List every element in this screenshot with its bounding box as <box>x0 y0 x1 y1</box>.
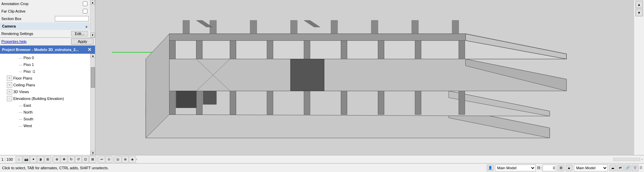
piso1-label: Piso 1 <box>23 63 34 67</box>
toolbar-icons: ⌂ 📷 ✦ ◑ ⊞ ⊕ ✥ ↻ ↺ ⊡ ⊠ ↩ ⊙ ◎ ⊛ ◈ › <box>16 156 137 163</box>
section-box-input[interactable] <box>55 16 89 21</box>
link-icon[interactable]: 🔗 <box>624 165 631 171</box>
tree-area: — Piso 0 — Piso 1 — Piso -1 + Floor Plan… <box>0 54 95 155</box>
toolbar-more-chevron[interactable]: › <box>136 157 137 161</box>
camera-section-header[interactable]: Camera ▲ <box>0 22 90 30</box>
svg-rect-29 <box>250 20 257 34</box>
svg-rect-32 <box>371 20 378 34</box>
warnings-icon[interactable]: ▲ <box>566 165 573 171</box>
coord-label: : <box>541 166 542 170</box>
coord-x-input[interactable] <box>543 165 556 171</box>
tree-item-south[interactable]: — South <box>0 116 95 122</box>
dash-icon: — <box>19 63 22 67</box>
props-scroll-up[interactable]: ▲ <box>90 0 95 5</box>
props-scroll-down[interactable]: ▼ <box>90 33 95 37</box>
collapse-elevations-icon[interactable]: - <box>7 96 12 101</box>
tree-item-piso1[interactable]: — Piso 1 <box>0 61 95 68</box>
bottom-toolbar: 1 : 100 ⌂ 📷 ✦ ◑ ⊞ ⊕ ✥ ↻ ↺ ⊡ ⊠ ↩ ⊙ ◎ ⊛ ◈ … <box>0 155 644 163</box>
workset-select[interactable]: Main Model <box>495 165 536 171</box>
edit-button[interactable]: Edit... <box>71 31 88 36</box>
project-browser-title: Project Browser - Modelo 3D_estrutura_2.… <box>2 48 86 52</box>
right-panel: ▲ ▼ <box>634 0 644 155</box>
sync-icon[interactable]: ⇄ <box>617 165 624 171</box>
worksharing-icon[interactable]: ⊞ <box>558 165 564 171</box>
toolbar-btn-rotate[interactable]: ↺ <box>75 156 82 163</box>
tree-item-elevations[interactable]: - Elevations (Building Elevation) <box>0 95 95 102</box>
properties-help-row: Properties help Apply <box>0 38 95 46</box>
toolbar-btn-house[interactable]: ⌂ <box>16 156 22 163</box>
far-clip-label: Far Clip Active <box>1 9 83 13</box>
toolbar-btn-annotate[interactable]: ◈ <box>129 156 136 163</box>
cloud-icon[interactable]: ☁ <box>609 165 616 171</box>
toolbar-btn-pan[interactable]: ✥ <box>61 156 67 163</box>
properties-section: Annotation Crop Far Clip Active Section … <box>0 0 95 38</box>
toolbar-btn-mirror[interactable]: ⊡ <box>82 156 89 163</box>
toolbar-btn-camera[interactable]: 📷 <box>23 156 30 163</box>
filter-icon[interactable]: ▽ <box>632 165 639 171</box>
viewport-scroll-right[interactable]: › <box>642 157 643 161</box>
toolbar-separator-2 <box>97 157 97 162</box>
dash-icon: — <box>19 69 22 73</box>
tree-item-east[interactable]: — East <box>0 102 95 109</box>
camera-label: Camera <box>2 24 16 28</box>
expand-ceilingplans-icon[interactable]: + <box>7 82 12 88</box>
tree-item-floorplans[interactable]: + Floor Plans <box>0 75 95 82</box>
toolbar-btn-crop[interactable]: ⊠ <box>89 156 96 163</box>
annotation-crop-checkbox[interactable] <box>83 1 87 6</box>
toolbar-btn-orbit[interactable]: ↻ <box>68 156 75 163</box>
piso0-label: Piso 0 <box>23 56 34 60</box>
apply-button[interactable]: Apply <box>71 38 94 45</box>
svg-rect-34 <box>452 20 459 34</box>
toolbar-btn-zoom[interactable]: ⊕ <box>53 156 60 163</box>
annotation-crop-label: Annotation Crop <box>1 2 83 6</box>
tree-item-piso0[interactable]: — Piso 0 <box>0 54 95 61</box>
svg-rect-22 <box>176 91 196 108</box>
tree-scroll-up-btn[interactable]: ▲ <box>91 54 95 58</box>
status-bar: Click to select, TAB for alternates, CTR… <box>0 163 644 172</box>
model-select[interactable]: Main Model <box>574 165 608 171</box>
tree-scroll-down-btn[interactable]: ▼ <box>91 151 95 155</box>
toolbar-btn-analysis[interactable]: ⊛ <box>122 156 129 163</box>
toolbar-btn-waypoint[interactable]: ⊙ <box>106 156 112 163</box>
status-right-icons: ☁ ⇄ 🔗 ▽ :0 <box>609 165 642 171</box>
rendering-settings-row: Rendering Settings Edit... <box>0 30 90 37</box>
right-panel-up-btn[interactable]: ▲ <box>635 1 643 8</box>
svg-rect-23 <box>203 91 216 105</box>
filter-count: :0 <box>639 166 642 170</box>
scale-label: 1 : 100 <box>1 157 13 161</box>
far-clip-checkbox[interactable] <box>83 9 87 14</box>
far-clip-row: Far Clip Active <box>0 7 90 15</box>
person-icon-btn[interactable]: 👤 <box>487 165 494 171</box>
toolbar-btn-shadows[interactable]: ◑ <box>37 156 44 163</box>
expand-floorplans-icon[interactable]: + <box>7 75 12 81</box>
project-browser-close-button[interactable]: ✕ <box>86 47 93 52</box>
svg-rect-33 <box>412 20 418 34</box>
building-3d-view <box>95 0 634 155</box>
dash-icon: — <box>19 124 22 128</box>
dash-icon: — <box>19 110 22 114</box>
3dviews-label: 3D Views <box>13 90 29 94</box>
toolbar-btn-view[interactable]: ◎ <box>115 156 122 163</box>
tree-scrollbar: ▲ ▼ <box>90 54 95 155</box>
tree-item-north[interactable]: — North <box>0 109 95 116</box>
viewport[interactable] <box>95 0 634 155</box>
right-panel-down-btn[interactable]: ▼ <box>635 9 643 16</box>
toolbar-separator-1 <box>52 157 52 162</box>
toolbar-separator-3 <box>113 157 114 162</box>
tree-item-west[interactable]: — West <box>0 122 95 129</box>
piso-1-label: Piso -1 <box>23 69 35 73</box>
svg-rect-30 <box>290 20 297 34</box>
east-label: East <box>23 103 31 107</box>
toolbar-btn-sun[interactable]: ✦ <box>30 156 37 163</box>
tree-scrollbar-thumb[interactable] <box>91 67 95 88</box>
toolbar-btn-render[interactable]: ⊞ <box>44 156 51 163</box>
properties-help-link[interactable]: Properties help <box>1 39 27 44</box>
toolbar-btn-undo[interactable]: ↩ <box>98 156 105 163</box>
expand-3dviews-icon[interactable]: + <box>7 89 12 94</box>
camera-chevron-icon: ▲ <box>85 24 88 28</box>
tree-item-3dviews[interactable]: + 3D Views <box>0 88 95 95</box>
tree-item-piso-1[interactable]: — Piso -1 <box>0 68 95 75</box>
tree-item-ceilingplans[interactable]: + Ceiling Plans <box>0 82 95 88</box>
viewport-hscrollbar[interactable] <box>613 158 640 161</box>
coord-separator: ⊟ <box>537 166 540 170</box>
